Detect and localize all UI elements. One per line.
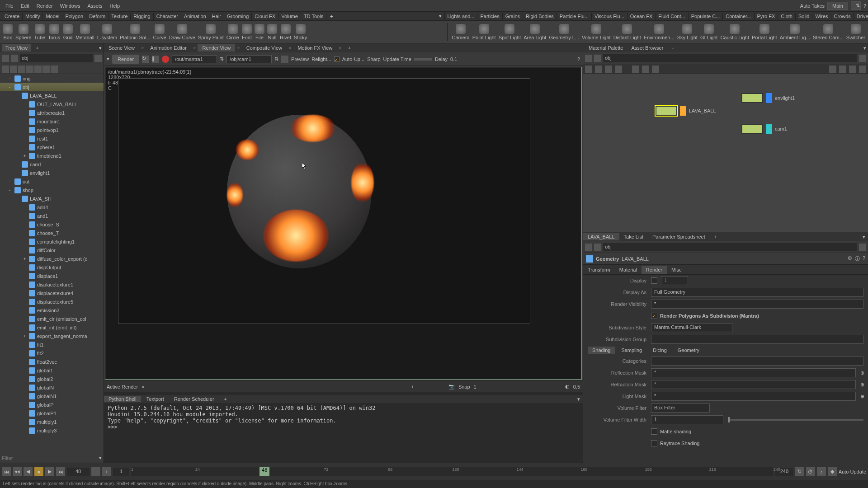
shelf-tab[interactable]: Texture — [108, 13, 131, 20]
net-tool-2[interactable] — [595, 66, 602, 73]
display-value[interactable]: 1 — [661, 276, 688, 285]
tab-take-list[interactable]: Take List — [619, 233, 648, 240]
tree-tool-3[interactable] — [18, 66, 25, 73]
menu-edit[interactable]: Edit — [17, 1, 33, 10]
shelf-tab[interactable]: Volume — [278, 13, 301, 20]
shelf-tool[interactable]: File — [255, 24, 264, 40]
tab-render-scheduler[interactable]: Render Scheduler — [170, 396, 219, 402]
center-tab[interactable]: Scene View — [104, 44, 139, 52]
shelf-tool[interactable]: Sky Light — [677, 24, 698, 40]
net-find-icon[interactable] — [849, 66, 856, 73]
shelf-tab[interactable]: Grooming — [224, 13, 252, 20]
shelf-tool[interactable]: Sticky — [294, 24, 307, 40]
shelf-tab[interactable]: Hair — [209, 13, 224, 20]
shading-subtab[interactable]: Sampling — [617, 347, 646, 354]
shelf-tool[interactable]: Geometry L... — [549, 24, 579, 40]
shelf-tool[interactable]: Distant Light — [613, 24, 641, 40]
shelf-tab[interactable]: Fluid Cont... — [656, 13, 688, 20]
shelf-tool[interactable]: L-system — [97, 24, 118, 40]
rop-picker-icon[interactable]: ⇅ — [220, 56, 224, 62]
snapshot-icon[interactable] — [281, 56, 288, 63]
net-tool-4[interactable] — [615, 66, 622, 73]
shelf-tab[interactable]: Grains — [503, 13, 523, 20]
shelf-tool[interactable]: Environmen... — [644, 24, 675, 40]
net-tool-6[interactable] — [642, 66, 649, 73]
param-subtab[interactable]: Misc — [667, 266, 686, 274]
tree-node[interactable]: -out — [0, 177, 104, 186]
tab-console-add[interactable]: + — [220, 396, 231, 402]
shelf-tool[interactable]: Curve — [153, 24, 166, 40]
shelf-tool[interactable]: Spot Light — [499, 24, 521, 40]
menu-file[interactable]: File — [2, 1, 17, 10]
shelf-tab[interactable]: Wires — [812, 13, 831, 20]
tree-node[interactable]: OUT_LAVA_BALL — [0, 100, 104, 108]
shelf-tab[interactable]: Model — [43, 13, 62, 20]
net-grid-icon[interactable] — [829, 66, 836, 73]
subdivstyle-dropdown[interactable]: Mantra Catmull-Clark — [651, 323, 732, 332]
tree-node[interactable]: globalP — [0, 400, 104, 409]
network-node[interactable]: cam1 — [741, 124, 787, 134]
renderpoly-checkbox[interactable] — [651, 313, 657, 319]
tree-node[interactable]: fit2 — [0, 349, 104, 357]
shading-subtab[interactable]: Geometry — [673, 347, 704, 354]
lightmask-picker-icon[interactable]: ⊕ — [860, 394, 864, 399]
console-menu-icon[interactable]: ▾ — [575, 396, 583, 402]
shelf-tab[interactable]: Animation — [181, 13, 209, 20]
tree-node[interactable]: +export_tangent_norma — [0, 332, 104, 340]
path-drop-icon[interactable] — [94, 55, 102, 62]
shelf-tool[interactable]: Rivet — [280, 24, 291, 40]
shelf-tool[interactable]: Switcher — [846, 24, 865, 40]
tree-node[interactable]: emit_int (emit_int) — [0, 323, 104, 332]
param-pin-icon[interactable] — [859, 244, 866, 251]
exposure-icon[interactable]: ◐ — [565, 384, 570, 389]
first-frame-button[interactable]: ⏮ — [2, 467, 11, 476]
help2-icon[interactable]: ? — [863, 255, 865, 262]
tab-textport[interactable]: Textport — [142, 396, 169, 402]
param-subtab[interactable]: Render — [642, 266, 667, 274]
net-tool-5[interactable] — [632, 66, 639, 73]
net-tool-7[interactable] — [652, 66, 659, 73]
rop-dropdown[interactable]: /out/mantra1 — [172, 55, 217, 63]
timeline-track[interactable]: 12448729612014416819221624048 — [131, 467, 774, 476]
frame-inc-button[interactable]: + — [102, 467, 111, 476]
updatetime-slider[interactable] — [414, 58, 432, 61]
tree-node[interactable]: displacetexture1 — [0, 280, 104, 289]
menu-windows[interactable]: Windows — [57, 1, 84, 10]
current-frame-field[interactable]: 48 — [67, 468, 90, 476]
zoom-out-icon[interactable]: − — [405, 384, 407, 389]
menu-help[interactable]: Help — [106, 1, 123, 10]
shelf-tab[interactable]: Populate C... — [689, 13, 723, 20]
shelf-add-a[interactable]: + — [326, 13, 336, 20]
back-icon[interactable] — [2, 55, 9, 62]
tree-node[interactable]: computelighting1 — [0, 237, 104, 246]
exposure-value[interactable]: 0.5 — [573, 384, 580, 389]
shelf-tool[interactable]: Stereo Cam... — [813, 24, 844, 40]
pause-icon[interactable]: ‖ — [152, 56, 159, 63]
shelf-tab[interactable]: Cloth — [778, 13, 796, 20]
node-tree[interactable]: -img-obj-LAVA_BALLOUT_LAVA_BALLattribcre… — [0, 74, 104, 453]
autoupdate-checkbox[interactable] — [334, 56, 340, 62]
matte-checkbox[interactable] — [651, 428, 657, 435]
start-frame-field[interactable]: 1 — [113, 468, 129, 476]
shelf-tab[interactable]: Viscous Flu... — [592, 13, 627, 20]
tab-close-icon[interactable]: × — [139, 45, 146, 51]
displayas-dropdown[interactable]: Full Geometry — [651, 288, 863, 297]
shelf-tool[interactable]: Metaball — [75, 24, 94, 40]
shelf-tool[interactable]: Area Light — [524, 24, 546, 40]
shelf-tool[interactable]: Sphere — [15, 24, 31, 40]
rendervis-field[interactable]: * — [651, 300, 863, 309]
tab-close-icon[interactable]: × — [287, 45, 293, 51]
tree-node[interactable]: add4 — [0, 203, 104, 211]
tree-node[interactable]: globalN — [0, 383, 104, 392]
render-view[interactable]: /out/mantra1(pbrraytrace)-21:54:09[1] 12… — [105, 67, 582, 380]
shelf-tool[interactable]: Point Light — [472, 24, 496, 40]
preview-label[interactable]: Preview — [291, 56, 309, 62]
fwd-icon[interactable] — [11, 55, 18, 62]
shelf-tab[interactable]: Container... — [723, 13, 754, 20]
tree-node[interactable]: displacetexture4 — [0, 289, 104, 297]
tree-node[interactable]: sphere1 — [0, 143, 104, 151]
shelf-tab[interactable]: Particles — [477, 13, 502, 20]
net-opts-icon[interactable] — [859, 66, 866, 73]
shelf-tab[interactable]: Rigging — [131, 13, 153, 20]
shelf-tool[interactable]: Spray Paint — [198, 24, 224, 40]
